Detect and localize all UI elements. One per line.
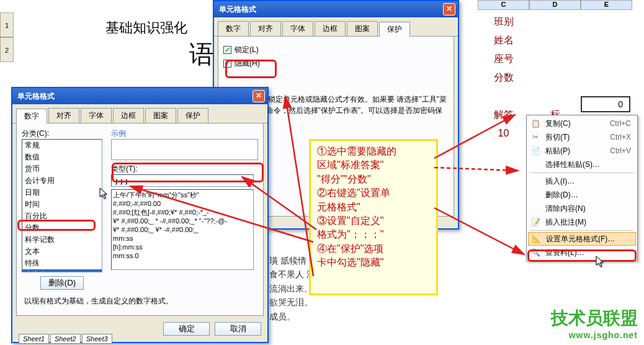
menu-item[interactable]: 清除内容(N) [528,202,636,215]
category-label: 分类(C): [22,128,102,139]
category-item[interactable]: 百分比 [22,210,102,222]
format-item[interactable]: [h]:mm:ss [113,243,252,251]
cell[interactable]: 班别 [478,12,529,31]
sheet-tab-bar: Sheet1 Sheet2 Sheet3 [19,334,112,344]
category-item[interactable]: 日期 [22,187,102,199]
dialog-title: 单元格格式 [17,91,55,102]
col-header[interactable]: D [529,0,581,10]
menu-item[interactable]: 🔍查资料(L)… [528,246,636,259]
row-header[interactable]: 2 [0,37,14,62]
sheet-tab[interactable]: Sheet2 [50,334,81,344]
delete-button[interactable]: 删除(D) [40,276,84,290]
tab-font[interactable]: 字体 [81,108,112,123]
category-item[interactable]: 分数 [22,222,102,234]
category-item[interactable]: 特殊 [22,258,102,269]
cell[interactable]: 10 [478,124,529,143]
sheet-tab[interactable]: Sheet1 [19,334,49,344]
tab-align[interactable]: 对齐 [250,21,281,36]
format-description: 以现有格式为基础，生成自定义的数字格式。 [22,290,258,310]
format-item[interactable]: 上午/下午h"时"mm"分"ss"秒" [113,190,252,199]
tab-pattern[interactable]: 图案 [145,108,176,123]
menu-item[interactable]: 📄粘贴(P)Ctrl+V [528,144,636,158]
menu-item[interactable]: 📋复制(C)Ctrl+C [528,117,636,130]
cell[interactable] [478,87,529,105]
document-heading: 语 [189,37,214,71]
format-item[interactable]: #,##0;[红色]-#,##0;¥* #,##0;-*_- [113,208,252,217]
type-label: 类型(T): [111,164,258,174]
tab-number[interactable]: 数字 [218,21,249,36]
menu-icon: 📐 [531,235,541,243]
close-icon[interactable]: ✕ [443,3,455,16]
format-item[interactable]: mm:ss [113,234,252,243]
tab-bar: 数字 对齐 字体 边框 图案 保护 [12,104,267,123]
category-item[interactable]: 会计专用 [22,175,102,187]
lock-checkbox[interactable]: ✓ [223,46,231,54]
menu-item[interactable]: ✂剪切(T)Ctrl+X [528,130,636,144]
page-title: 基础知识强化 [105,19,187,37]
sample-label: 示例 [111,128,258,139]
ok-button[interactable]: 确定 [163,322,210,336]
tab-protect[interactable]: 保护 [177,108,208,123]
hidden-label: 隐藏(H) [235,58,260,69]
close-icon[interactable]: ✕ [253,90,265,102]
format-cells-dialog-number: 单元格格式 ✕ 数字 对齐 字体 边框 图案 保护 分类(C): 常规数值货币会… [11,87,269,343]
row-header[interactable]: 1 [0,12,14,37]
menu-item[interactable]: 插入(I)… [528,174,636,188]
menu-item[interactable]: 选择性粘贴(S)… [528,158,636,171]
dialog-title: 单元格格式 [219,4,256,15]
sheet-tab[interactable]: Sheet3 [82,334,112,344]
lock-label: 锁定(L) [235,44,259,55]
sample-box [111,139,258,160]
type-input[interactable] [111,174,254,187]
tab-align[interactable]: 对齐 [48,108,79,123]
tab-protect[interactable]: 保护 [379,22,410,37]
cancel-button[interactable]: 取消 [215,322,261,336]
format-item[interactable]: ¥* #,##0.00;_ ¥* -#,##0.00;_ [113,225,252,234]
tab-bar: 数字 对齐 字体 边框 图案 保护 [214,17,458,37]
cell[interactable]: 分数 [478,68,529,87]
category-item[interactable]: 数值 [22,151,102,163]
cursor-icon [596,256,604,268]
tab-border[interactable]: 边框 [315,21,346,36]
category-item[interactable]: 时间 [22,199,102,210]
menu-icon: 🔍 [530,248,540,257]
category-item[interactable]: 科学记数 [22,234,102,246]
menu-icon: ✂ [530,133,540,141]
menu-item[interactable]: 删除(D)… [528,188,636,202]
active-cell[interactable]: 0 [581,96,630,112]
col-header[interactable]: E [581,0,632,10]
category-item[interactable]: 文本 [22,246,102,258]
tab-border[interactable]: 边框 [113,108,144,123]
tab-number[interactable]: 数字 [16,109,47,123]
menu-icon: 📄 [530,146,540,155]
watermark: 技术员联盟 www.jsgho.net [551,307,638,340]
hidden-checkbox[interactable]: ✓ [223,60,231,68]
category-item[interactable]: 货币 [22,163,102,175]
menu-item[interactable]: 📝插入批注(M) [528,215,636,229]
format-item[interactable]: #,##0;-#,##0.00 [113,199,252,208]
format-item[interactable]: mm:ss.0 [113,251,252,260]
category-item[interactable]: 自定义 [22,269,102,272]
cell[interactable]: 姓名 [478,31,529,50]
menu-item[interactable]: 📐设置单元格格式(F)… [528,232,636,246]
tab-pattern[interactable]: 图案 [347,21,378,36]
context-menu: 📋复制(C)Ctrl+C✂剪切(T)Ctrl+X📄粘贴(P)Ctrl+V选择性粘… [526,115,638,261]
col-header[interactable]: C [478,0,529,10]
category-item[interactable]: 常规 [22,140,102,151]
format-item[interactable]: ¥* #,##0.00;_ * -#,##0.00;_* "-"??;-@- [113,217,252,225]
cell[interactable]: 座号 [478,50,529,68]
cursor-icon [99,187,108,200]
tab-font[interactable]: 字体 [282,21,313,36]
annotation-steps: ①选中需要隐藏的 区域"标准答案" "得分""分数" ②右键选"设置单 元格格式… [309,139,438,295]
menu-icon: 📝 [530,218,540,226]
menu-icon: 📋 [530,119,540,128]
format-list[interactable]: 上午/下午h"时"mm"分"ss"秒"#,##0;-#,##0.00#,##0;… [111,189,254,270]
cell[interactable]: 解答 [478,105,529,124]
category-list[interactable]: 常规数值货币会计专用日期时间百分比分数科学记数文本特殊自定义 [22,139,102,272]
